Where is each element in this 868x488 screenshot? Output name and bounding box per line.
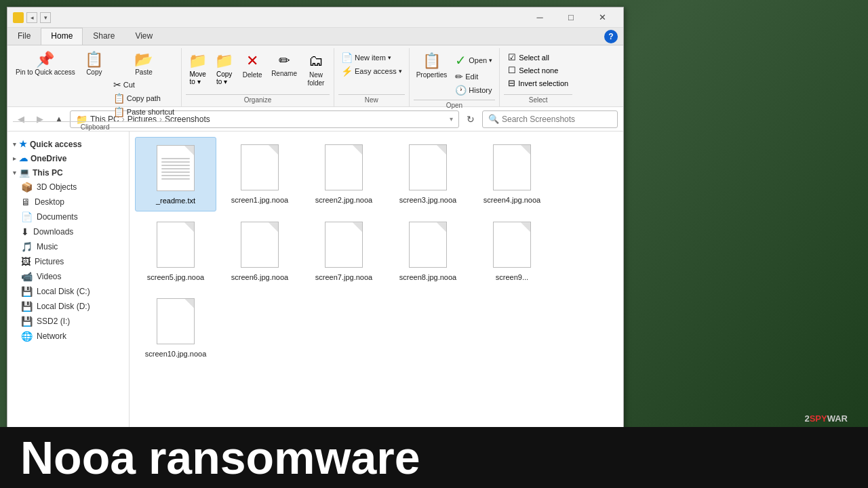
new-item-button[interactable]: 📄 New item ▾ — [338, 51, 405, 64]
organize-group-inner: 📁 Moveto ▾ 📁 Copyto ▾ ✕ Delete — [186, 48, 330, 94]
refresh-button[interactable]: ↻ — [462, 110, 479, 128]
file-item-readme[interactable]: _readme.txt — [135, 137, 216, 211]
quick-access-arrow[interactable]: ◂ — [26, 12, 37, 23]
path-dropdown-arrow[interactable]: ▾ — [450, 115, 453, 123]
organize-group: 📁 Moveto ▾ 📁 Copyto ▾ ✕ Delete — [183, 48, 334, 106]
thispc-label: This PC — [33, 168, 63, 178]
properties-button[interactable]: 📋 Properties — [414, 51, 450, 81]
open-group: 📋 Properties ✓ Open ▾ ✏ Edit — [411, 48, 500, 106]
new-item-arrow: ▾ — [388, 54, 391, 61]
select-none-button[interactable]: ☐ Select none — [504, 64, 572, 77]
file-item-screen1[interactable]: screen1.jpg.nooa — [219, 137, 300, 211]
sidebar-item-videos[interactable]: 📹 Videos — [13, 269, 129, 284]
file-icon-screen9 — [490, 220, 534, 270]
thispc-header[interactable]: ▾ 💻 This PC — [7, 165, 129, 180]
music-icon: 🎵 — [21, 241, 33, 252]
file-corner-9 — [521, 222, 530, 232]
pin-to-quick-access-button[interactable]: 📌 Pin to Quick access — [13, 51, 78, 78]
close-button[interactable]: ✕ — [587, 7, 618, 28]
file-corner — [184, 146, 194, 155]
file-corner-5 — [184, 222, 194, 232]
file-name-screen8: screen8.jpg.nooa — [399, 272, 456, 282]
tab-home[interactable]: Home — [41, 28, 83, 45]
sidebar-item-3d-objects[interactable]: 📦 3D Objects — [13, 180, 129, 195]
desktop-icon: 🖥 — [21, 197, 31, 207]
paste-shortcut-button[interactable]: 📋 Paste shortcut — [111, 105, 177, 119]
new-folder-icon: 🗂 — [309, 52, 323, 70]
sidebar-children: 📦 3D Objects 🖥 Desktop 📄 Documents ⬇ Dow… — [7, 180, 129, 344]
sidebar-item-local-disk-c[interactable]: 💾 Local Disk (C:) — [13, 284, 129, 299]
file-item-screen5[interactable]: screen5.jpg.nooa — [135, 214, 216, 287]
sidebar-item-downloads[interactable]: ⬇ Downloads — [13, 224, 129, 239]
copy-icon: 📋 — [85, 52, 103, 67]
file-icon-screen2 — [322, 142, 366, 192]
videos-icon: 📹 — [21, 271, 33, 282]
tab-view[interactable]: View — [125, 28, 163, 45]
history-button[interactable]: 🕐 History — [452, 83, 495, 97]
open-button[interactable]: ✓ Open ▾ — [452, 51, 495, 70]
delete-button[interactable]: ✕ Delete — [239, 51, 266, 81]
folder-icon — [13, 12, 24, 23]
rename-button[interactable]: ✏ Rename — [269, 51, 300, 79]
minimize-button[interactable]: ─ — [524, 7, 555, 28]
sidebar-item-documents[interactable]: 📄 Documents — [13, 209, 129, 224]
ssd-icon: 💾 — [21, 316, 33, 327]
file-item-screen4[interactable]: screen4.jpg.nooa — [471, 137, 553, 211]
3d-objects-label: 3D Objects — [37, 182, 121, 192]
ribbon-content: 📌 Pin to Quick access 📋 Copy 📂 Paste — [7, 45, 623, 106]
tab-share[interactable]: Share — [83, 28, 125, 45]
tab-file[interactable]: File — [7, 28, 41, 45]
quick-access-header[interactable]: ▾ ★ Quick access — [7, 137, 129, 151]
select-label: Select — [504, 94, 572, 106]
sidebar-item-pictures[interactable]: 🖼 Pictures — [13, 254, 129, 269]
select-all-label: Select all — [519, 54, 549, 62]
invert-selection-button[interactable]: ⊟ Invert selection — [504, 77, 572, 89]
invert-icon: ⊟ — [508, 78, 515, 88]
new-folder-button[interactable]: 🗂 Newfolder — [302, 51, 330, 89]
move-to-label: Moveto ▾ — [189, 70, 205, 85]
bottom-banner: Nooa ransomware — [0, 427, 868, 488]
help-button[interactable]: ? — [604, 30, 618, 43]
title-bar-menu[interactable]: ▾ — [40, 12, 51, 23]
file-icon-screen7 — [322, 220, 366, 270]
sidebar-item-local-disk-d[interactable]: 💾 Local Disk (D:) — [13, 299, 129, 314]
file-item-screen9[interactable]: screen9... — [471, 214, 553, 287]
easy-access-button[interactable]: ⚡ Easy access ▾ — [338, 64, 405, 78]
disk-c-label: Local Disk (C:) — [37, 287, 121, 296]
copy-to-button[interactable]: 📁 Copyto ▾ — [212, 51, 236, 87]
search-box[interactable]: 🔍 — [482, 110, 618, 128]
downloads-label: Downloads — [33, 227, 121, 237]
file-icon-screen10 — [154, 296, 197, 346]
file-item-screen2[interactable]: screen2.jpg.nooa — [303, 137, 384, 211]
paste-button[interactable]: 📂 Paste — [111, 51, 177, 78]
file-page-screen7 — [325, 222, 363, 268]
search-input[interactable] — [502, 115, 612, 124]
cut-button[interactable]: ✂ Cut — [111, 78, 177, 92]
network-label: Network — [37, 331, 121, 341]
move-to-button[interactable]: 📁 Moveto ▾ — [186, 51, 210, 87]
file-item-screen3[interactable]: screen3.jpg.nooa — [387, 137, 469, 211]
sidebar-item-desktop[interactable]: 🖥 Desktop — [13, 195, 129, 209]
sidebar-item-ssd2[interactable]: 💾 SSD2 (I:) — [13, 314, 129, 329]
sidebar-item-network[interactable]: 🌐 Network — [13, 329, 129, 344]
maximize-button[interactable]: □ — [555, 7, 587, 28]
ssd-label: SSD2 (I:) — [37, 317, 121, 326]
select-all-button[interactable]: ☑ Select all — [504, 51, 572, 64]
file-corner-4 — [521, 145, 530, 155]
copy-path-button[interactable]: 📋 Copy path — [111, 92, 177, 105]
easy-access-icon: ⚡ — [341, 66, 353, 77]
clipboard-group-inner: 📌 Pin to Quick access 📋 Copy 📂 Paste — [13, 48, 177, 121]
edit-button[interactable]: ✏ Edit — [452, 70, 495, 83]
onedrive-header[interactable]: ▸ ☁ OneDrive — [7, 151, 129, 165]
copy-button[interactable]: 📋 Copy — [81, 51, 108, 78]
paste-col: 📂 Paste ✂ Cut 📋 Copy path 📋 — [111, 51, 177, 119]
file-item-screen7[interactable]: screen7.jpg.nooa — [303, 214, 384, 287]
easy-access-arrow: ▾ — [399, 68, 402, 75]
sidebar-item-music[interactable]: 🎵 Music — [13, 239, 129, 254]
organize-label: Organize — [186, 94, 330, 106]
copy-to-icon: 📁 — [215, 52, 233, 70]
file-item-screen10[interactable]: screen10.jpg.nooa — [135, 291, 216, 364]
file-item-screen6[interactable]: screen6.jpg.nooa — [219, 214, 300, 287]
file-item-screen8[interactable]: screen8.jpg.nooa — [387, 214, 469, 287]
file-name-screen9: screen9... — [496, 272, 528, 282]
